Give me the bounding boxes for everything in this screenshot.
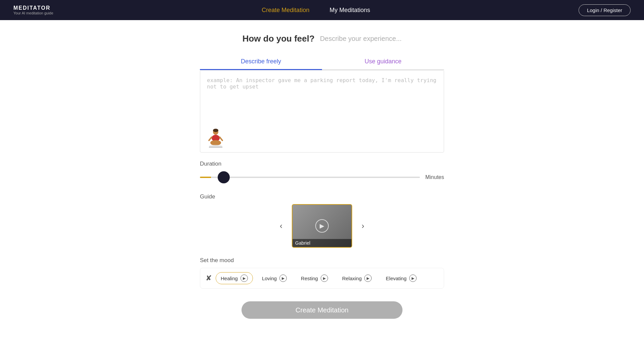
mood-chip-resting[interactable]: Resting ▶	[296, 272, 333, 284]
guide-card[interactable]: ▶ Gabriel	[292, 204, 352, 248]
guide-section: Guide ‹ ▶ Gabriel ›	[200, 193, 444, 248]
logo-subtitle: Your AI meditation guide	[13, 11, 53, 15]
mood-play-resting[interactable]: ▶	[321, 275, 328, 282]
svg-point-1	[213, 129, 218, 132]
main-content: How do you feel? Describe your experienc…	[0, 20, 644, 332]
login-register-button[interactable]: Login / Register	[579, 4, 631, 16]
guide-label: Guide	[200, 193, 444, 200]
guide-play-icon[interactable]: ▶	[315, 219, 329, 233]
mood-bar: ✘ Healing ▶ Loving ▶ Resting ▶ Relaxing …	[200, 268, 444, 289]
create-meditation-button[interactable]: Create Meditation	[241, 301, 402, 319]
mood-chip-healing[interactable]: Healing ▶	[216, 272, 253, 284]
tab-describe-freely[interactable]: Describe freely	[200, 54, 322, 70]
logo-title: MEDITATOR	[13, 5, 53, 11]
feel-question: How do you feel?	[243, 34, 315, 44]
guide-card-label: Gabriel	[292, 239, 352, 247]
main-nav: Create Meditation My Meditations	[262, 7, 370, 14]
mood-chip-healing-label: Healing	[221, 276, 238, 281]
mood-play-relaxing[interactable]: ▶	[364, 275, 372, 282]
duration-slider-wrapper	[200, 171, 420, 184]
svg-point-5	[210, 140, 221, 145]
mood-chip-relaxing[interactable]: Relaxing ▶	[337, 272, 377, 284]
mood-section: Set the mood ✘ Healing ▶ Loving ▶ Restin…	[200, 257, 444, 289]
experience-textarea[interactable]	[200, 70, 444, 151]
mood-play-healing[interactable]: ▶	[240, 275, 248, 282]
mood-play-elevating[interactable]: ▶	[409, 275, 417, 282]
mute-icon[interactable]: ✘	[206, 274, 212, 283]
mood-chip-resting-label: Resting	[301, 276, 318, 281]
mood-play-loving[interactable]: ▶	[279, 275, 287, 282]
svg-line-3	[209, 137, 212, 140]
guide-carousel: ‹ ▶ Gabriel ›	[200, 204, 444, 248]
feel-placeholder-text: Describe your experience...	[320, 35, 401, 43]
mood-chip-elevating-label: Elevating	[386, 276, 407, 281]
guide-next-arrow[interactable]: ›	[359, 219, 367, 233]
mood-chip-loving[interactable]: Loving ▶	[257, 272, 292, 284]
experience-input-container	[200, 70, 444, 153]
svg-line-4	[220, 137, 222, 140]
duration-label: Duration	[200, 161, 444, 167]
nav-create-meditation[interactable]: Create Meditation	[262, 7, 309, 14]
mode-tabs: Describe freely Use guidance	[200, 54, 444, 70]
mood-chip-elevating[interactable]: Elevating ▶	[381, 272, 422, 284]
duration-slider[interactable]	[200, 177, 420, 178]
logo: MEDITATOR Your AI meditation guide	[13, 5, 53, 15]
tab-use-guidance[interactable]: Use guidance	[322, 54, 444, 70]
duration-slider-row: Minutes	[200, 171, 444, 184]
mood-chip-relaxing-label: Relaxing	[342, 276, 362, 281]
meditation-figure-icon	[206, 129, 226, 149]
guide-prev-arrow[interactable]: ‹	[277, 219, 285, 233]
duration-unit: Minutes	[425, 174, 444, 180]
feel-row: How do you feel? Describe your experienc…	[243, 34, 402, 44]
header: MEDITATOR Your AI meditation guide Creat…	[0, 0, 644, 20]
mood-chip-loving-label: Loving	[262, 276, 277, 281]
mood-label: Set the mood	[200, 257, 444, 264]
nav-my-meditations[interactable]: My Meditations	[329, 7, 370, 14]
